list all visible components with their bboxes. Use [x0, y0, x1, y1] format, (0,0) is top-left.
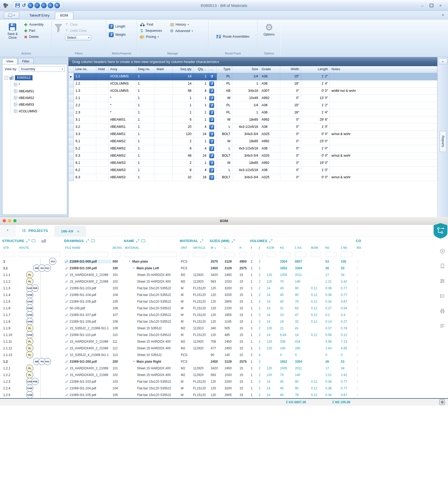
- close-button[interactable]: ×: [437, 2, 444, 8]
- file-link[interactable]: 10_S355J2_4_21069-St1-1: [64, 353, 111, 357]
- bom-row[interactable]: 1.1.6SAW50-106.pdf106Flat bar 15x120 S35…: [2, 305, 448, 311]
- grid-row[interactable]: 5.1#BEAMS2121IW18x65A9920"23' 0": [69, 138, 437, 145]
- close-tab-icon[interactable]: ×: [77, 229, 79, 234]
- assembly-button[interactable]: Assembly: [24, 23, 43, 26]
- col-material-name[interactable]: MATERIAL: [124, 246, 180, 249]
- tab-view[interactable]: View: [2, 58, 17, 64]
- file-link[interactable]: 21069-St1-100.pdf: [64, 266, 111, 270]
- bom-row[interactable]: 1.1.3SAWPDR21069-St1-103.pdf103Flat bar …: [2, 285, 448, 291]
- tab-filter[interactable]: Filter: [18, 58, 34, 64]
- nav-button[interactable]: ‹: [34, 3, 40, 8]
- grid-row[interactable]: 3.1#BEAMS1151IW18x65A9920"29' 6": [69, 116, 437, 124]
- filter-h-input[interactable]: [239, 252, 246, 257]
- part-button[interactable]: Part: [24, 29, 43, 33]
- filter-m2-input[interactable]: [325, 252, 337, 257]
- bom-row[interactable]: 1.1.12PL15_HARDOX400_2_21069112Sheet 15 …: [2, 345, 448, 351]
- grid-row[interactable]: 1.3#COLUMNS1564IAB3/4x18A3070"0' 0"w/dbl…: [69, 88, 437, 95]
- file-link[interactable]: 21069-St1-104.pdf: [64, 386, 111, 390]
- row-selector[interactable]: [69, 160, 74, 167]
- col-m2-m[interactable]: M2/M: [310, 246, 324, 249]
- col-kg-m[interactable]: KG/M: [266, 246, 279, 249]
- group-name[interactable]: NAME: [124, 239, 180, 243]
- file-link[interactable]: 15_HARDOX400_2_21069: [64, 280, 111, 283]
- filter-count-input[interactable]: [251, 252, 254, 257]
- grid-column-header[interactable]: Type: [217, 66, 232, 73]
- grid-column-header[interactable]: Hold: [96, 66, 109, 73]
- filter-sum-input[interactable]: [259, 252, 262, 257]
- row-selector[interactable]: [69, 116, 74, 124]
- nav-button[interactable]: «: [28, 3, 33, 8]
- grid-row[interactable]: 2.1*111IW10x49A9920"13' 0": [69, 95, 437, 102]
- file-link[interactable]: 21069-St1-105.pdf: [64, 300, 111, 303]
- close-traffic-button[interactable]: [3, 219, 6, 222]
- filter-material-input[interactable]: [125, 252, 177, 257]
- filter-kg-input[interactable]: [280, 252, 291, 257]
- row-selector[interactable]: [69, 80, 74, 88]
- group-structure[interactable]: STRUCTURE: [2, 239, 64, 243]
- row-selector[interactable]: [69, 152, 74, 160]
- bom-row[interactable]: 1.2.3SAWPDR21069-St1-103.pdf103Flat bar …: [2, 378, 448, 385]
- filter-route-input[interactable]: [19, 252, 61, 257]
- group-volumes[interactable]: VOLUMES: [250, 239, 356, 243]
- maximize-button[interactable]: [428, 2, 435, 8]
- file-link[interactable]: 21069-St1-103.pdf: [64, 286, 111, 290]
- row-selector[interactable]: [69, 124, 74, 131]
- justify-icon[interactable]: [439, 323, 445, 329]
- grid-column-header[interactable]: Qty…: [193, 66, 208, 73]
- collapse-ribbon-icon[interactable]: «: [441, 14, 445, 16]
- file-link[interactable]: 21069-St1-108.pdf: [64, 320, 111, 323]
- grid-row[interactable]: 1.2#COLUMNS1141IPL1A3616"1' 4": [69, 80, 437, 88]
- zoom-traffic-button[interactable]: [13, 219, 17, 222]
- col-kg[interactable]: KG: [279, 246, 294, 249]
- col-sum-kg[interactable]: Σ KG: [294, 246, 310, 249]
- row-selector[interactable]: ▶: [69, 73, 74, 80]
- tab-projects[interactable]: PROJECTS: [15, 225, 54, 236]
- bom-row[interactable]: 1.1.11PL15_HARDOX400_2_21069111Sheet 15 …: [2, 338, 448, 345]
- col-detail[interactable]: DETAIL: [111, 246, 124, 249]
- col-sum-m2[interactable]: Σ M2: [340, 246, 356, 249]
- bom-row[interactable]: 1.1.10SAW21069-St1-110.pdf110Flat bar 15…: [2, 331, 448, 338]
- bom-row[interactable]: 1.1.7SAW21069-St1-107.pdf107Flat bar 15x…: [2, 311, 448, 318]
- bom-row[interactable]: 1.2.5SAW21069-St1-105.pdf105Flat bar 15x…: [2, 392, 448, 398]
- bom-row[interactable]: 1.1.9PL15_S355J2_2_21069-St1-1109Sheet 1…: [2, 325, 448, 331]
- file-link[interactable]: 15_S355J2_2_21069-St1-1: [64, 326, 111, 330]
- export-play-icon[interactable]: [439, 399, 445, 405]
- col-file-name[interactable]: FILE NAME: [64, 246, 111, 249]
- minimize-traffic-button[interactable]: [8, 219, 11, 222]
- grid-row[interactable]: 6.3#BEAMS313216IBOLT3/4x3-3/4A3250"0' 0"…: [69, 174, 437, 181]
- row-selector[interactable]: [69, 131, 74, 138]
- tree-expander-icon[interactable]: −: [5, 76, 8, 80]
- filter-sumkg-input[interactable]: [295, 252, 307, 257]
- grid-row[interactable]: 2.2*111IPL1/4A3615"1' 2": [69, 102, 437, 109]
- assembly-tree-item[interactable]: *: [14, 81, 67, 88]
- grid-column-header[interactable]: Dwg no.: [136, 66, 155, 73]
- printer-icon[interactable]: [439, 308, 445, 314]
- col-route[interactable]: ROUTE: [18, 246, 64, 249]
- group-cost[interactable]: CO: [356, 239, 362, 243]
- sliders-icon[interactable]: [439, 278, 445, 284]
- grid-column-header[interactable]: Seq qty: [173, 66, 193, 73]
- assembly-tree-item[interactable]: #BEAMS1: [14, 88, 67, 94]
- filter-str-input[interactable]: [3, 252, 15, 257]
- col-ma[interactable]: MA: [356, 246, 362, 249]
- grid-row[interactable]: 6.1#BEAMS3121IW18x65A9920"19' 0": [69, 160, 437, 167]
- col-h[interactable]: H↕: [238, 246, 250, 249]
- list-icon[interactable]: [439, 293, 445, 299]
- col-str[interactable]: STR: [2, 246, 18, 249]
- row-selector[interactable]: [69, 138, 74, 145]
- bom-row[interactable]: 1.1WEPAPAC21069-St1-100.pdf100▼Main plat…: [2, 265, 448, 271]
- file-link[interactable]: 21069-St1-200.pdf: [64, 360, 111, 363]
- bom-row[interactable]: 1TAS21069-St1-000.pdf000▼Main platePCS25…: [2, 258, 448, 265]
- bom-row[interactable]: 1.1.13PL10_S355J2_4_21069-St1-1113Sheet …: [2, 351, 448, 358]
- bom-row[interactable]: 1.2.2PL15_HARDOX400_2_21069102Sheet 15 H…: [2, 371, 448, 378]
- col-sum[interactable]: Σ: [258, 246, 266, 249]
- pricing-button[interactable]: Pricing ▾: [140, 35, 162, 39]
- bom-row[interactable]: 1.2.1PL15_HARDOX400_2_21069101Sheet 15 H…: [2, 365, 448, 371]
- tab-166-a9[interactable]: 166-A9 ×: [55, 226, 86, 236]
- filter-l-input[interactable]: [225, 252, 235, 257]
- save-icon[interactable]: [15, 3, 20, 8]
- file-link[interactable]: 15_HARDOX400_2_21069: [64, 340, 111, 343]
- add-icon[interactable]: [439, 248, 445, 254]
- tree-root-item[interactable]: E080513: [15, 75, 33, 80]
- weight-button[interactable]: IWeight: [109, 32, 126, 37]
